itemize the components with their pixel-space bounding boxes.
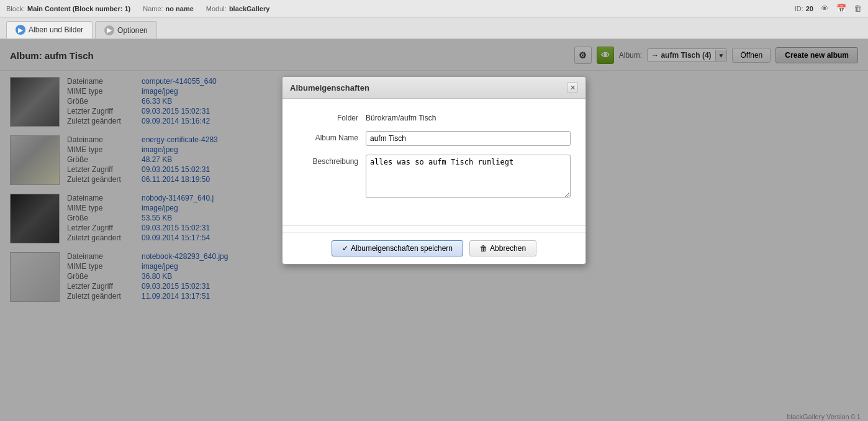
save-button[interactable]: ✓ Albumeigenschaften speichern <box>332 240 463 256</box>
trash-icon[interactable]: 🗑 <box>854 4 862 13</box>
tabs-bar: ▶ Alben und Bilder ▶ Optionen <box>0 17 868 39</box>
description-label: Beschreibung <box>297 155 366 166</box>
block-label: Block: <box>6 5 25 12</box>
tab-alben-bilder[interactable]: ▶ Alben und Bilder <box>6 21 93 38</box>
topbar-right: ID: 20 👁 📅 🗑 <box>795 4 862 13</box>
modal-body: Folder Bürokram/aufm Tisch Album Name Be… <box>283 99 585 219</box>
modal-overlay: Albumeigenschaften ✕ Folder Bürokram/auf… <box>0 39 868 421</box>
modal-footer: ✓ Albumeigenschaften speichern 🗑 Abbrech… <box>283 232 585 264</box>
name-label: Name: <box>143 5 163 12</box>
name-value: no name <box>166 5 194 12</box>
album-name-row: Album Name <box>297 131 571 146</box>
folder-value: Bürokram/aufm Tisch <box>366 111 436 122</box>
eye-icon[interactable]: 👁 <box>821 4 829 13</box>
modal-dialog: Albumeigenschaften ✕ Folder Bürokram/auf… <box>282 76 586 265</box>
cancel-label: Abbrechen <box>490 244 526 253</box>
checkmark-icon: ✓ <box>342 244 348 253</box>
name-info: Name: no name <box>143 5 194 12</box>
modul-info: Modul: blackGallery <box>206 5 269 12</box>
modal-close-button[interactable]: ✕ <box>567 82 578 93</box>
top-bar: Block: Main Content (Block number: 1) Na… <box>0 0 868 17</box>
description-textarea[interactable]: alles was so aufm Tisch rumliegt <box>366 155 571 198</box>
modal-title: Albumeigenschaften <box>290 83 369 93</box>
calendar-icon[interactable]: 📅 <box>836 4 846 13</box>
folder-row: Folder Bürokram/aufm Tisch <box>297 111 571 122</box>
modul-value: blackGallery <box>229 5 269 12</box>
id-label: ID: <box>795 5 803 12</box>
modul-label: Modul: <box>206 5 227 12</box>
folder-label: Folder <box>297 111 366 122</box>
description-row: Beschreibung alles was so aufm Tisch rum… <box>297 155 571 198</box>
block-value: Main Content (Block number: 1) <box>27 5 130 12</box>
id-value: 20 <box>806 5 813 12</box>
tab-circle-inactive: ▶ <box>104 25 114 35</box>
main-area: Album: aufm Tisch ⚙ 👁 Album: → aufm Tisc… <box>0 39 868 421</box>
save-label: Albumeigenschaften speichern <box>351 244 453 253</box>
tab-circle-active: ▶ <box>16 25 25 35</box>
modal-header: Albumeigenschaften ✕ <box>283 77 585 99</box>
album-name-label: Album Name <box>297 131 366 142</box>
album-name-input[interactable] <box>366 131 571 146</box>
cancel-button[interactable]: 🗑 Abbrechen <box>469 240 536 256</box>
id-info: ID: 20 <box>795 5 813 12</box>
tab-alben-label: Alben und Bilder <box>29 25 83 34</box>
modal-divider <box>283 225 585 226</box>
block-info: Block: Main Content (Block number: 1) <box>6 5 130 12</box>
trash-icon-small: 🗑 <box>480 244 487 253</box>
tab-optionen[interactable]: ▶ Optionen <box>95 21 157 38</box>
tab-optionen-label: Optionen <box>117 26 148 35</box>
